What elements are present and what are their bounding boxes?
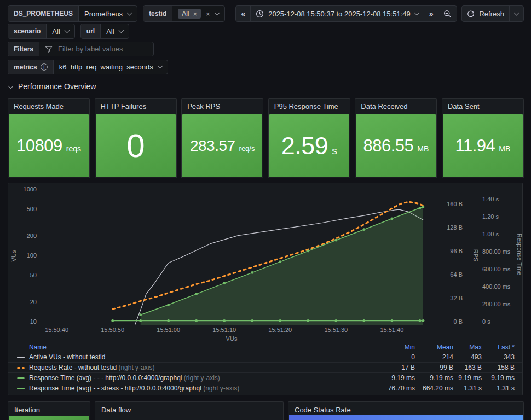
time-axis-tick: 15:51:20 [268, 326, 292, 333]
timeseries-chart[interactable]: 100050020010050201015:50:4015:50:5015:51… [8, 183, 523, 343]
chevron-down-icon [64, 27, 70, 33]
stat-unit: MB [499, 145, 510, 153]
vus-axis-tick: 200 [27, 232, 37, 239]
series-color-swatch [17, 367, 25, 369]
series-marker [111, 319, 114, 322]
rt-axis-tick: 0 s [482, 318, 490, 325]
stat-unit: MB [417, 145, 429, 153]
stat-panel-http-failures[interactable]: HTTP Failures 0 [95, 98, 177, 178]
panel-data-flow[interactable]: Data flow [95, 401, 284, 420]
series-marker [334, 239, 337, 242]
stat-body: 886.55MB [356, 114, 436, 177]
stat-panel-peak-rps[interactable]: Peak RPS 283.57req/s [181, 98, 263, 178]
var-testid-select[interactable]: All × × [172, 6, 224, 21]
series-marker [223, 282, 226, 285]
time-shift-back-button[interactable]: « [236, 6, 250, 21]
vus-axis-label: VUs [10, 250, 17, 261]
legend-col-min[interactable]: Min [368, 343, 415, 351]
stat-panel-requests-made[interactable]: Requests Made 10809reqs [8, 98, 90, 178]
var-datasource-value: Prometheus [84, 10, 123, 18]
legend-series-name[interactable]: Response Time (avg) - - stress - http://… [29, 384, 368, 392]
var-metrics-select[interactable]: k6_http_req_waiting_seconds [54, 60, 168, 74]
var-url-select[interactable]: All [101, 24, 128, 38]
testid-all-chip[interactable]: All × [178, 9, 201, 19]
legend-last-value: 158 B [482, 364, 515, 371]
var-url: url All [80, 24, 129, 39]
stat-panel-p95-response-time[interactable]: P95 Response Time 2.59s [268, 98, 350, 178]
legend-min-value: 9.19 ms [368, 374, 415, 382]
code-status-bar [289, 415, 523, 420]
refresh-interval-button[interactable] [509, 6, 523, 21]
legend-col-max[interactable]: Max [453, 343, 482, 351]
rps-axis-tick: 96 B [450, 248, 463, 254]
var-datasource-select[interactable]: Prometheus [79, 6, 137, 21]
legend-col-mean[interactable]: Mean [415, 343, 453, 351]
stat-panel-data-received[interactable]: Data Received 886.55MB [355, 98, 437, 178]
clear-icon[interactable]: × [206, 10, 210, 18]
info-icon[interactable]: i [41, 63, 48, 71]
legend-min-value: 76.70 ms [368, 384, 415, 392]
legend-min-value: 0 [368, 353, 415, 361]
series-color-swatch [17, 377, 25, 379]
stat-title: Data Received [355, 99, 436, 114]
vus-rps-response-time-chart-panel[interactable]: 100050020010050201015:50:4015:50:5015:51… [8, 183, 523, 395]
time-axis-tick: 15:51:40 [380, 326, 403, 333]
stat-title: Peak RPS [182, 99, 263, 114]
time-shift-forward-button[interactable]: » [424, 6, 438, 21]
panel-code-status-rate[interactable]: Code Status Rate [288, 401, 524, 420]
time-axis-tick: 15:50:50 [101, 326, 124, 333]
x-axis-label: VUs [226, 335, 238, 342]
chevron-down-icon [414, 10, 419, 15]
time-range-button[interactable]: 2025-12-08 15:50:37 to 2025-12-08 15:51:… [250, 6, 424, 21]
refresh-label: Refresh [479, 10, 504, 18]
filter-icon [45, 45, 53, 53]
time-axis-tick: 15:51:30 [324, 326, 348, 333]
zoom-out-button[interactable] [438, 6, 457, 21]
legend-axis-note: (right y-axis) [184, 374, 220, 382]
filters-box: Filters [8, 42, 154, 56]
var-scenario-select[interactable]: All [47, 24, 74, 38]
series-marker [391, 217, 394, 220]
series-marker [307, 250, 309, 253]
stat-title: HTTP Failures [95, 99, 176, 114]
legend-col-last[interactable]: Last * [482, 343, 515, 351]
legend-mean-value: 9.19 ms [415, 374, 453, 382]
legend-last-value: 343 [482, 353, 515, 361]
stat-value: 283.57 [190, 138, 235, 154]
vus-axis-tick: 100 [27, 252, 37, 259]
stats-row: Requests Made 10809reqs HTTP Failures 0 … [8, 98, 524, 178]
legend-series-name[interactable]: Response Time (avg) - - - http://0.0.0.0… [29, 374, 368, 382]
var-datasource-label: DS_PROMETHEUS [8, 6, 79, 21]
stat-title: P95 Response Time [269, 99, 350, 114]
legend-max-value: 493 [453, 353, 482, 361]
time-controls: « 2025-12-08 15:50:37 to 2025-12-08 15:5… [235, 5, 524, 22]
panel-iteration[interactable]: Iteration [8, 401, 90, 420]
legend-col-name[interactable]: Name [29, 343, 368, 351]
chevron-down-icon [214, 10, 220, 15]
stat-value: 11.94 [455, 137, 495, 154]
series-marker [279, 260, 281, 263]
var-url-label: url [81, 24, 101, 38]
rt-axis-label: Response Time [516, 234, 523, 275]
legend-axis-note: (right y-axis) [118, 364, 154, 371]
chart-legend: NameMinMeanMaxLast *Active VUs - without… [8, 342, 522, 393]
refresh-button[interactable]: Refresh [462, 6, 509, 21]
legend-row: Active VUs - without testid0214493343 [8, 352, 522, 362]
filter-input[interactable] [57, 44, 145, 54]
variables-row-2: scenario All url All [8, 24, 129, 39]
legend-mean-value: 99 B [415, 364, 453, 371]
chevron-down-icon [127, 10, 132, 15]
close-icon[interactable]: × [193, 10, 197, 18]
series-area-3 [141, 207, 423, 325]
rps-axis-tick: 128 B [447, 224, 463, 231]
legend-series-name[interactable]: Active VUs - without testid [29, 353, 368, 361]
stat-body: 2.59s [269, 114, 349, 177]
rt-axis-tick: 1.40 s [482, 196, 499, 202]
stat-panel-data-sent[interactable]: Data Sent 11.94MB [442, 98, 524, 178]
var-metrics-label: metrics i [8, 60, 54, 74]
legend-series-name[interactable]: Requests Rate - without testid (right y-… [29, 364, 368, 371]
section-performance-overview[interactable]: Performance Overview [9, 82, 96, 91]
stat-title: Requests Made [8, 99, 89, 114]
series-marker [422, 206, 425, 208]
time-axis-tick: 15:51:00 [157, 326, 180, 333]
